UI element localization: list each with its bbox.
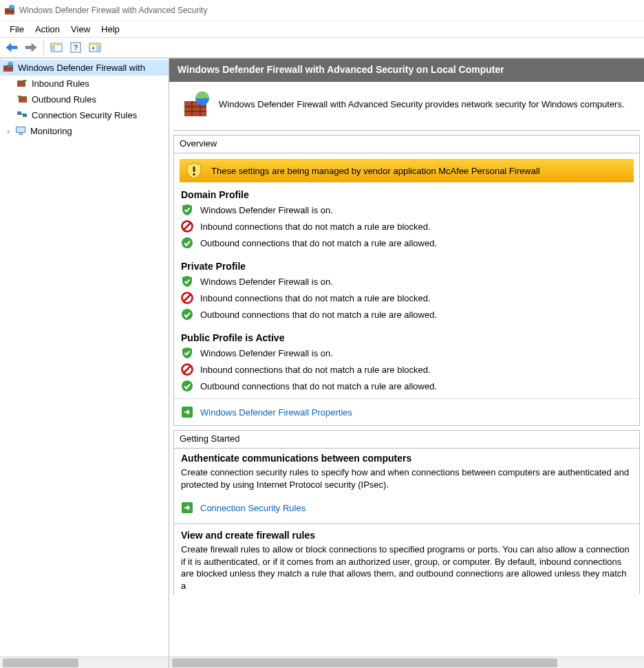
content-horizontal-scrollbar[interactable] xyxy=(169,656,644,668)
svg-rect-22 xyxy=(19,133,23,135)
tree-pane: Windows Defender Firewall with Inbound R… xyxy=(0,58,169,668)
intro-banner: Windows Defender Firewall with Advanced … xyxy=(173,82,640,131)
goto-arrow-icon xyxy=(181,502,193,514)
firewall-app-icon xyxy=(4,4,15,17)
monitoring-icon xyxy=(15,125,26,138)
arrow-left-icon xyxy=(6,43,18,52)
tree-item-connection-security-rules[interactable]: Connection Security Rules xyxy=(0,107,169,123)
connection-security-icon xyxy=(17,109,28,122)
show-hide-tree-button[interactable] xyxy=(47,39,65,56)
section-divider xyxy=(174,524,639,524)
menu-help[interactable]: Help xyxy=(96,23,125,36)
svg-rect-29 xyxy=(193,166,195,172)
firewall-large-icon xyxy=(183,90,211,118)
title-bar: Windows Defender Firewall with Advanced … xyxy=(0,0,644,21)
scrollbar-thumb[interactable] xyxy=(3,658,78,667)
allow-icon xyxy=(181,237,193,249)
gs-body-view-rules: Create firewall rules to allow or block … xyxy=(174,542,639,594)
managed-by-vendor-banner: These settings are being managed by vend… xyxy=(180,159,634,182)
svg-rect-2 xyxy=(8,8,8,14)
svg-rect-1 xyxy=(5,11,14,12)
block-icon xyxy=(181,363,193,376)
svg-rect-12 xyxy=(89,43,100,45)
warning-shield-icon xyxy=(185,162,203,180)
svg-text:?: ? xyxy=(74,43,78,52)
svg-rect-26 xyxy=(191,101,193,116)
svg-rect-19 xyxy=(23,114,27,117)
svg-line-32 xyxy=(184,223,191,230)
svg-line-35 xyxy=(184,294,191,301)
scrollbar-thumb[interactable] xyxy=(172,658,557,667)
action-pane-icon xyxy=(89,43,101,52)
svg-rect-18 xyxy=(17,111,21,115)
status-firewall-on: Windows Defender Firewall is on. xyxy=(174,202,639,218)
svg-line-38 xyxy=(184,366,191,373)
status-text: Windows Defender Firewall is on. xyxy=(200,348,333,358)
tree-item-label: Monitoring xyxy=(30,126,72,136)
svg-point-36 xyxy=(182,309,193,320)
status-text: Inbound connections that do not match a … xyxy=(200,365,431,375)
tree-item-label: Inbound Rules xyxy=(32,78,89,89)
expander-icon[interactable]: › xyxy=(7,126,15,136)
status-firewall-on: Windows Defender Firewall is on. xyxy=(174,345,639,361)
getting-started-panel: Getting Started Authenticate communicati… xyxy=(173,430,640,594)
connection-security-rules-link-row: Connection Security Rules xyxy=(174,493,639,522)
status-outbound-allowed: Outbound connections that do not match a… xyxy=(174,235,639,251)
profile-heading-public: Public Profile is Active xyxy=(174,330,639,345)
gs-heading-authenticate: Authenticate communications between comp… xyxy=(174,449,639,465)
status-firewall-on: Windows Defender Firewall is on. xyxy=(174,273,639,290)
connection-security-rules-link[interactable]: Connection Security Rules xyxy=(200,503,305,513)
svg-rect-24 xyxy=(184,106,206,107)
menu-view[interactable]: View xyxy=(65,23,96,36)
panel-icon xyxy=(50,43,63,52)
profile-heading-private: Private Profile xyxy=(174,258,639,273)
firewall-properties-link[interactable]: Windows Defender Firewall Properties xyxy=(200,407,352,418)
inbound-rules-icon xyxy=(17,77,28,90)
firewall-properties-link-row: Windows Defender Firewall Properties xyxy=(174,398,639,425)
overview-title: Overview xyxy=(174,136,639,153)
banner-text: These settings are being managed by vend… xyxy=(211,166,540,176)
gs-body-authenticate: Create connection security rules to spec… xyxy=(174,465,639,493)
content-header: Windows Defender Firewall with Advanced … xyxy=(169,58,644,82)
status-text: Inbound connections that do not match a … xyxy=(200,293,431,303)
intro-text: Windows Defender Firewall with Advanced … xyxy=(219,99,625,109)
action-pane-button[interactable] xyxy=(86,39,104,56)
svg-rect-25 xyxy=(184,111,206,112)
menu-action[interactable]: Action xyxy=(30,23,65,36)
block-icon xyxy=(181,292,193,304)
status-text: Outbound connections that do not match a… xyxy=(200,310,437,320)
tree-item-inbound-rules[interactable]: Inbound Rules xyxy=(0,76,169,91)
toolbar-separator xyxy=(43,40,44,55)
status-inbound-blocked: Inbound connections that do not match a … xyxy=(174,290,639,306)
gs-heading-view-rules: View and create firewall rules xyxy=(174,526,639,542)
shield-check-icon xyxy=(181,204,193,216)
content-body: Windows Defender Firewall with Advanced … xyxy=(169,82,644,656)
status-outbound-allowed: Outbound connections that do not match a… xyxy=(174,306,639,323)
tree-root-firewall[interactable]: Windows Defender Firewall with xyxy=(0,60,169,76)
svg-point-39 xyxy=(182,380,193,391)
tree-item-outbound-rules[interactable]: Outbound Rules xyxy=(0,91,169,107)
overview-panel: Overview These settings are being manage… xyxy=(173,135,640,426)
status-text: Inbound connections that do not match a … xyxy=(200,222,431,232)
status-text: Windows Defender Firewall is on. xyxy=(200,277,333,287)
shield-check-icon xyxy=(181,347,193,359)
status-inbound-blocked: Inbound connections that do not match a … xyxy=(174,218,639,235)
status-text: Windows Defender Firewall is on. xyxy=(200,205,333,215)
content-pane: Windows Defender Firewall with Advanced … xyxy=(169,58,644,668)
forward-button[interactable] xyxy=(22,39,40,56)
tree-item-label: Connection Security Rules xyxy=(32,110,137,120)
status-outbound-allowed: Outbound connections that do not match a… xyxy=(174,378,639,394)
tree-item-monitoring[interactable]: › Monitoring xyxy=(0,123,169,139)
svg-point-33 xyxy=(182,237,193,248)
block-icon xyxy=(181,220,193,233)
menu-file[interactable]: File xyxy=(4,23,30,36)
tree-horizontal-scrollbar[interactable] xyxy=(0,656,169,668)
back-button[interactable] xyxy=(3,39,21,56)
getting-started-title: Getting Started xyxy=(174,431,639,449)
firewall-icon xyxy=(3,61,14,74)
status-text: Outbound connections that do not match a… xyxy=(200,238,437,248)
outbound-rules-icon xyxy=(17,93,28,106)
tree-root-label: Windows Defender Firewall with xyxy=(18,63,145,73)
arrow-right-icon xyxy=(25,43,37,52)
help-button[interactable]: ? xyxy=(67,39,85,56)
